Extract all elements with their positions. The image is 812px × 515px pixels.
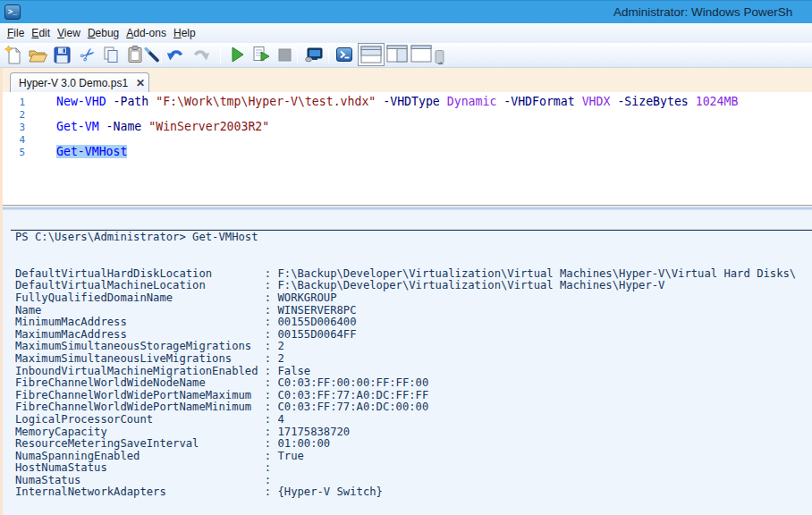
layout-script-right-button[interactable] (386, 45, 408, 66)
start-powershell-button[interactable] (334, 45, 356, 66)
window-title: Administrator: Windows PowerSh (613, 5, 792, 19)
start-powershell-icon (334, 45, 356, 64)
toolbar-separator (297, 46, 298, 63)
clear-console-button[interactable] (142, 45, 164, 66)
menu-debug[interactable]: Debug (88, 23, 119, 39)
copy-icon (101, 45, 123, 64)
menu-view[interactable]: View (57, 23, 80, 39)
line-number-gutter: 1 2 3 4 5 (3, 97, 25, 159)
menu-help[interactable]: Help (173, 23, 196, 39)
layout-script-right-icon (386, 45, 408, 63)
undo-icon (165, 45, 187, 64)
layout-script-top-icon (360, 46, 382, 63)
new-remote-powershell-tab-icon (303, 45, 325, 64)
console-pane[interactable]: PS C:\Users\Administrator> Get-VMHost De… (0, 210, 812, 515)
undo-button[interactable] (165, 45, 187, 66)
powershell-window-icon: >_ (4, 4, 21, 20)
run-script-button[interactable] (227, 45, 249, 66)
menu-bar: FileEditViewDebugAdd-onsHelp (0, 23, 812, 43)
layout-script-maximized-button[interactable] (410, 45, 432, 66)
tab-label: Hyper-V 3.0 Demo.ps1 (19, 77, 128, 89)
clear-console-icon (142, 45, 164, 64)
save-button[interactable] (52, 45, 73, 66)
stop-button[interactable] (275, 45, 296, 66)
open-icon (28, 45, 49, 64)
toolbar-separator (220, 46, 221, 63)
toolbar: ✂ (0, 43, 812, 68)
window-left-frame (0, 68, 3, 515)
tab-close-icon[interactable]: ✕ (136, 77, 145, 89)
new-file-button[interactable] (4, 45, 25, 66)
menu-edit[interactable]: Edit (31, 23, 50, 39)
menu-addons[interactable]: Add-ons (126, 23, 166, 39)
tab-strip: Hyper-V 3.0 Demo.ps1 ✕ (0, 68, 812, 92)
open-button[interactable] (28, 45, 49, 66)
run-selection-icon (251, 45, 273, 64)
run-selection-button[interactable] (251, 45, 273, 66)
cut-button[interactable]: ✂ (77, 45, 98, 66)
script-code[interactable]: New-VHD -Path "F:\Work\tmp\Hyper-V\test.… (56, 96, 738, 158)
layout-script-maximized-icon (410, 45, 432, 63)
copy-button[interactable] (101, 45, 123, 66)
menu-file[interactable]: File (7, 23, 24, 39)
title-bar[interactable]: >_ Administrator: Windows PowerSh (0, 0, 812, 23)
new-file-icon (4, 45, 25, 64)
run-script-icon (227, 45, 249, 64)
layout-script-top-button[interactable] (358, 43, 385, 66)
cut-icon: ✂ (77, 45, 98, 64)
tab-script-file[interactable]: Hyper-V 3.0 Demo.ps1 ✕ (10, 72, 149, 93)
save-icon (52, 45, 73, 64)
redo-button[interactable] (191, 45, 213, 66)
redo-icon (191, 45, 213, 64)
script-editor-pane[interactable]: 1 2 3 4 5 New-VHD -Path "F:\Work\tmp\Hyp… (3, 92, 812, 205)
toolbar-separator (328, 46, 329, 63)
new-remote-powershell-tab-button[interactable] (303, 45, 325, 66)
powershell-ise-window: >_ Administrator: Windows PowerSh FileEd… (0, 0, 812, 515)
console-output[interactable]: PS C:\Users\Administrator> Get-VMHost De… (15, 232, 796, 499)
stop-icon (275, 45, 296, 64)
toolbar-overflow-icon (435, 50, 446, 65)
